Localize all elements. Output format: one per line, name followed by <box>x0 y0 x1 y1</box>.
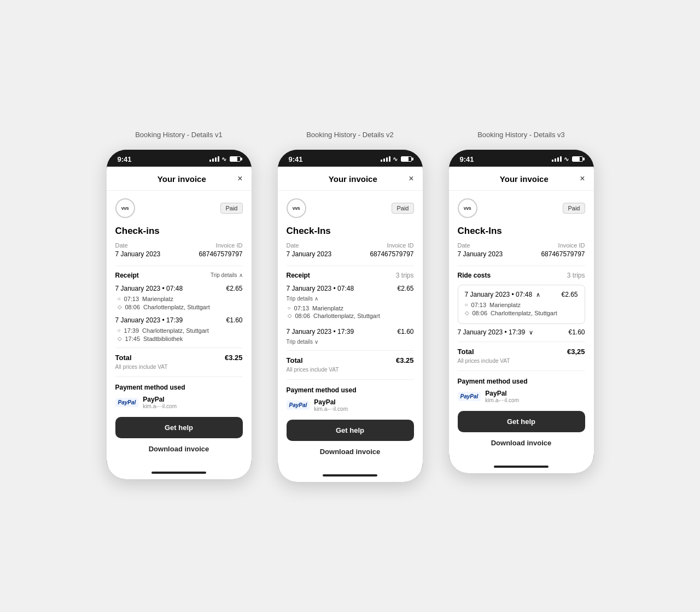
invoice-header-v3: Your invoice × <box>449 167 594 191</box>
home-bar-v1 <box>151 472 206 474</box>
download-invoice-link-v1[interactable]: Download invoice <box>115 445 243 453</box>
stop-name-1b: Charlottenplatz, Stuttgart <box>143 304 210 310</box>
receipt-header-v1: Receipt Trip details ∧ <box>115 272 243 279</box>
download-invoice-link-v3[interactable]: Download invoice <box>458 439 585 447</box>
get-help-btn-v1[interactable]: Get help <box>115 417 243 438</box>
stop-name-2a: Charlottenplatz, Stuttgart <box>142 327 209 334</box>
stop-icon-1a-v2: ○ <box>288 305 291 311</box>
stop-icon-2b: ◇ <box>118 336 122 342</box>
total-label-v1: Total <box>115 354 132 362</box>
trip-price-1-v1: €2.65 <box>226 285 242 292</box>
date-value-v1: 7 January 2023 <box>115 250 161 258</box>
trip-date-2-v3: 7 January 2023 • 17:39 ∨ <box>458 328 534 336</box>
status-time-v2: 9:41 <box>289 155 303 163</box>
home-bar-v3 <box>494 466 549 468</box>
stop-time-1a-v2: 07:13 <box>294 305 310 311</box>
vvs-logo-v2: vvs <box>287 198 306 218</box>
wifi-icon-v1: ∿ <box>221 156 226 163</box>
stop-name-2b: Stadtbibliothek <box>143 336 183 342</box>
receipt-header-v2: Receipt 3 trips <box>287 272 414 279</box>
stop-1b-v2: ◇ 08:06 Charlottenplatz, Stuttgart <box>287 313 414 319</box>
paypal-email-v3: kim.a-···il.com <box>485 397 519 403</box>
trip-details-toggle-1-v2[interactable]: Trip details ∧ <box>287 296 414 302</box>
payment-label-v1: Payment method used <box>115 384 243 391</box>
phone-content-v3: Your invoice × vvs Paid Check-Ins Date I… <box>449 167 594 473</box>
receipt-label-v2: Receipt <box>287 272 310 279</box>
status-bar-v1: 9:41 ∿ <box>107 150 252 167</box>
invoice-body-v1: vvs Paid Check-ins Date Invoice ID 7 Jan… <box>107 191 252 467</box>
toggle-label-2-v2: Trip details ∨ <box>287 339 318 345</box>
stop-name-1b-v2: Charlottenplatz, Stuttgart <box>313 313 380 319</box>
phone-content-v1: Your invoice × vvs Paid Check-ins Date I… <box>107 167 252 479</box>
phone-column-v2: Booking History - Details v2 9:41 ∿ <box>278 131 423 482</box>
paypal-text-v1: PayPal kim.a-···il.com <box>143 396 177 409</box>
stop-row-1a-v1: ○ 07:13 Marienplatz <box>115 296 243 302</box>
close-btn-v3[interactable]: × <box>580 174 585 183</box>
date-label-v2: Date <box>287 242 299 249</box>
trip-date-2-v1: 7 January 2023 • 17:39 <box>115 316 183 324</box>
vvs-logo-v1: vvs <box>115 198 135 218</box>
trip-row-1-v2: 7 January 2023 • 07:48 €2.65 <box>287 285 414 292</box>
date-value-v2: 7 January 2023 <box>287 250 332 258</box>
ride-costs-header-v3: Ride costs 3 trips <box>458 272 585 279</box>
home-indicator-v3 <box>449 461 594 473</box>
stop-1b-v3: ◇ 08:06 Charlottenplatz, Stuttgart <box>465 310 578 316</box>
page-wrapper: Booking History - Details v1 9:41 ∿ <box>107 131 594 482</box>
invoice-title-v3: Your invoice <box>500 174 549 184</box>
total-label-v3: Total <box>458 348 474 356</box>
stop-time-1a: 07:13 <box>124 296 139 302</box>
sb3 <box>386 157 388 162</box>
column-title-v1: Booking History - Details v1 <box>135 131 223 139</box>
stop-time-2b: 17:45 <box>125 336 141 342</box>
paypal-text-v3: PayPal kim.a-···il.com <box>485 390 519 403</box>
status-icons-v1: ∿ <box>209 156 241 163</box>
close-btn-v2[interactable]: × <box>409 174 413 183</box>
stop-icon-1b-v2: ◇ <box>288 313 292 319</box>
column-title-v3: Booking History - Details v3 <box>477 131 565 139</box>
close-btn-v1[interactable]: × <box>237 174 242 183</box>
home-bar-v2 <box>323 474 377 476</box>
expand-icon-1-v3[interactable]: ∧ <box>536 291 540 298</box>
sbb1 <box>552 160 553 162</box>
sb2 <box>383 158 385 162</box>
trip-price-2-v1: €1.60 <box>226 316 242 324</box>
paypal-name-v2: PayPal <box>314 398 348 406</box>
trip-details-toggle-2-v2[interactable]: Trip details ∨ <box>287 339 414 345</box>
date-value-v3: 7 January 2023 <box>458 250 503 258</box>
signal-bars-v1 <box>209 156 219 162</box>
trip-price-2-v3: €1.60 <box>568 328 585 336</box>
stop-time-2a: 17:39 <box>124 327 139 334</box>
wifi-icon-v3: ∿ <box>564 156 569 163</box>
get-help-btn-v3[interactable]: Get help <box>458 411 585 432</box>
stop-icon-1a-v3: ○ <box>465 302 468 308</box>
sbb4 <box>560 156 562 162</box>
wifi-icon-v2: ∿ <box>393 156 398 163</box>
stop-icon-1a: ○ <box>118 296 121 302</box>
total-value-v2: €3.25 <box>396 356 414 364</box>
trip-count-v3: 3 trips <box>567 272 585 279</box>
total-row-v3: Total €3,25 <box>458 348 585 356</box>
trip-date-1-v3: 7 January 2023 • 07:48 ∧ <box>465 291 541 298</box>
trip-details-toggle-v1[interactable]: Trip details ∧ <box>211 272 243 279</box>
divider-2-v2 <box>287 350 414 351</box>
date-invoice-labels-v3: Date Invoice ID <box>458 242 585 249</box>
invoice-id-label-v2: Invoice ID <box>387 242 414 249</box>
get-help-btn-v2[interactable]: Get help <box>287 420 414 441</box>
status-time-v1: 9:41 <box>118 155 132 163</box>
invoice-body-v3: vvs Paid Check-Ins Date Invoice ID 7 Jan… <box>449 191 594 461</box>
expand-icon-2-v3[interactable]: ∨ <box>529 329 533 336</box>
paypal-logo-v1: PayPal <box>115 398 139 407</box>
payment-method-row-v1: PayPal PayPal kim.a-···il.com <box>115 396 243 409</box>
ride-cost-stops-1-v3: ○ 07:13 Marienplatz ◇ 08:06 Charlottenpl… <box>465 302 578 316</box>
status-icons-v3: ∿ <box>552 156 583 163</box>
status-icons-v2: ∿ <box>381 156 412 163</box>
phone-column-v1: Booking History - Details v1 9:41 ∿ <box>107 131 252 479</box>
vvs-row-v2: vvs Paid <box>287 198 414 218</box>
date-invoice-values-v2: 7 January 2023 687467579797 <box>287 250 414 258</box>
invoice-title-v1: Your invoice <box>158 174 206 184</box>
stop-time-1a-v3: 07:13 <box>471 302 487 308</box>
download-invoice-link-v2[interactable]: Download invoice <box>287 448 414 456</box>
invoice-id-label-v3: Invoice ID <box>558 242 585 249</box>
phone-frame-v3: 9:41 ∿ Your invoice × <box>449 150 594 473</box>
trip-date-2-v2: 7 January 2023 • 17:39 <box>287 328 354 336</box>
